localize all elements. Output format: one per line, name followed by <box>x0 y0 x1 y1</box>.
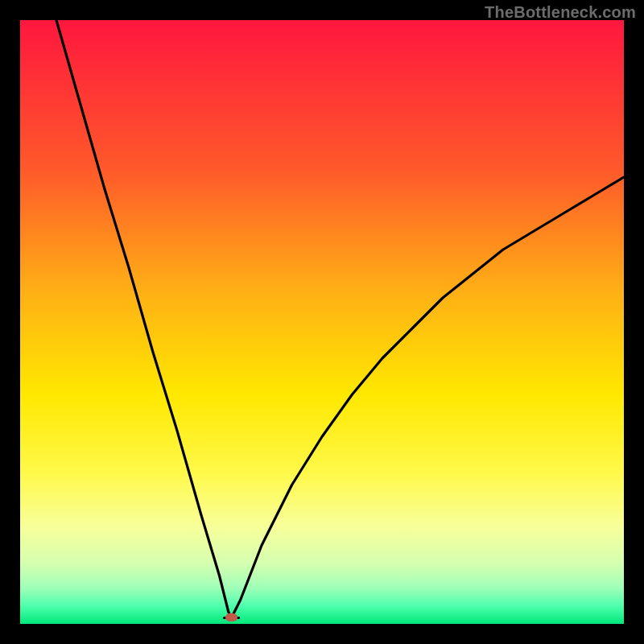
chart-frame: TheBottleneck.com <box>0 0 644 644</box>
attribution-text: TheBottleneck.com <box>485 3 636 22</box>
curve-right-branch <box>232 177 625 618</box>
curve-left-branch <box>56 20 232 618</box>
vertex-marker <box>225 613 237 621</box>
bottleneck-curve <box>20 20 624 624</box>
